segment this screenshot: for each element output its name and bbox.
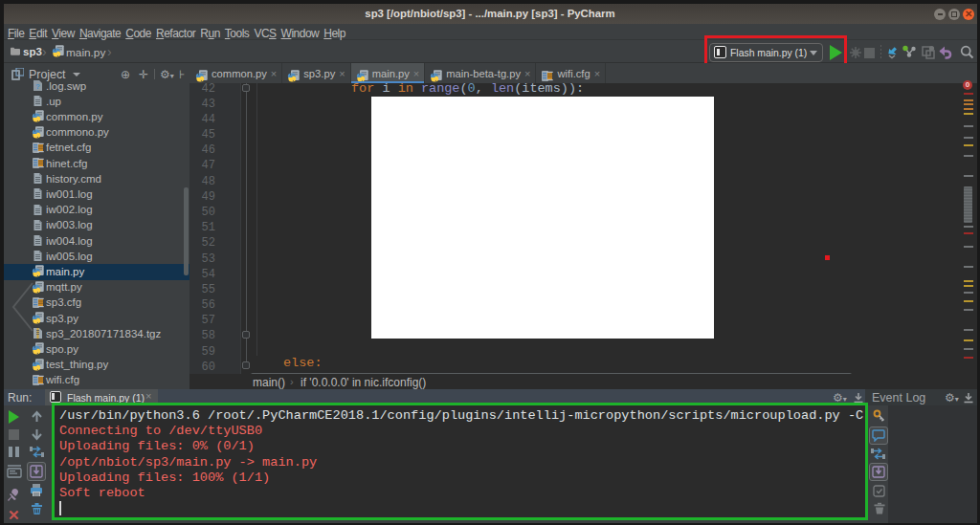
svg-text:?: ? [35, 82, 40, 91]
